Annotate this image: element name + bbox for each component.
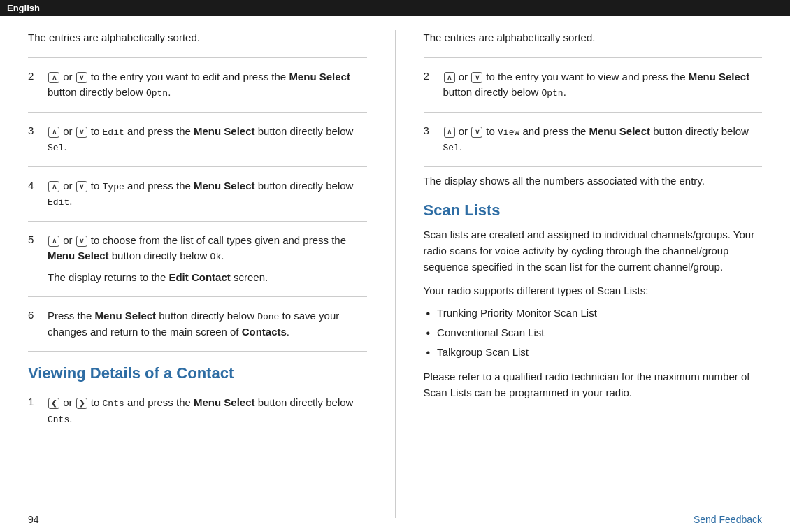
right-divider-1: [424, 57, 763, 58]
viewing-details-heading: Viewing Details of a Contact: [28, 364, 367, 382]
left-step-3: 3 ∧ or ∨ to Edit and press the Menu Sele…: [28, 118, 367, 161]
right-divider-2: [424, 112, 763, 113]
sub-step-num-1: 1: [28, 395, 48, 408]
main-content: The entries are alphabetically sorted. 2…: [0, 16, 790, 532]
divider-2: [28, 112, 367, 113]
scan-lists-bullets: Trunking Priority Monitor Scan List Conv…: [424, 305, 763, 361]
left-step-5: 5 ∧ or ∨ to choose from the list of call…: [28, 227, 367, 292]
scan-lists-heading: Scan Lists: [424, 201, 763, 220]
arrow-left-icon-1: ❮: [48, 398, 59, 409]
header-bar: English: [0, 0, 790, 16]
arrow-up-icon-4: ∧: [48, 181, 59, 192]
sub-step-1-content: ❮ or ❯ to Cnts and press the Menu Select…: [48, 395, 367, 426]
page-number: 94: [28, 514, 39, 525]
divider-1: [28, 57, 367, 58]
right-step-num-2: 2: [424, 69, 443, 82]
right-step-2-content: ∧ or ∨ to the entry you want to view and…: [443, 69, 763, 101]
left-column: The entries are alphabetically sorted. 2…: [28, 30, 396, 518]
step-num-5: 5: [28, 233, 48, 245]
left-step-4: 4 ∧ or ∨ to Type and press the Menu Sele…: [28, 173, 367, 215]
scan-lists-body-2: Your radio supports different types of S…: [424, 282, 763, 299]
arrow-right-icon-1: ❯: [76, 398, 87, 409]
bullet-conventional: Conventional Scan List: [424, 325, 763, 342]
right-arrow-up-3: ∧: [444, 127, 455, 138]
step-2-content: ∧ or ∨ to the entry you want to edit and…: [48, 69, 367, 101]
display-note: The display shows all the numbers associ…: [424, 173, 763, 189]
footer: 94 Send Feedback: [0, 514, 790, 525]
right-step-2: 2 ∧ or ∨ to the entry you want to view a…: [424, 64, 763, 106]
step-num-4: 4: [28, 178, 48, 191]
send-feedback-link[interactable]: Send Feedback: [694, 514, 762, 525]
step-num-6: 6: [28, 308, 48, 321]
step-6-content: Press the Menu Select button directly be…: [48, 308, 367, 340]
step-4-content: ∧ or ∨ to Type and press the Menu Select…: [48, 178, 367, 210]
right-step-num-3: 3: [424, 124, 443, 136]
arrow-up-icon-5: ∧: [48, 236, 59, 247]
right-intro-text: The entries are alphabetically sorted.: [424, 30, 763, 52]
step-num-2: 2: [28, 69, 48, 82]
step-num-3: 3: [28, 124, 48, 136]
arrow-down-icon-4: ∨: [76, 181, 87, 192]
arrow-down-icon: ∨: [76, 72, 87, 83]
divider-3: [28, 166, 367, 167]
step-5-content: ∧ or ∨ to choose from the list of call t…: [48, 233, 367, 286]
step-3-content: ∧ or ∨ to Edit and press the Menu Select…: [48, 124, 367, 155]
divider-4: [28, 221, 367, 222]
arrow-down-icon-5: ∨: [76, 236, 87, 247]
arrow-up-icon-3: ∧: [48, 127, 59, 138]
arrow-up-icon: ∧: [48, 72, 59, 83]
right-arrow-down-2: ∨: [471, 72, 482, 83]
header-label: English: [7, 3, 40, 13]
divider-6: [28, 351, 367, 352]
right-divider-3: [424, 166, 763, 167]
left-intro-text: The entries are alphabetically sorted.: [28, 30, 367, 52]
left-step-6: 6 Press the Menu Select button directly …: [28, 303, 367, 345]
scan-lists-closing: Please refer to a qualified radio techni…: [424, 368, 763, 401]
bullet-talkgroup: Talkgroup Scan List: [424, 345, 763, 361]
divider-5: [28, 296, 367, 297]
arrow-down-icon-3: ∨: [76, 127, 87, 138]
bullet-trunking: Trunking Priority Monitor Scan List: [424, 305, 763, 322]
left-step-2: 2 ∧ or ∨ to the entry you want to edit a…: [28, 64, 367, 106]
right-step-3: 3 ∧ or ∨ to View and press the Menu Sele…: [424, 118, 763, 161]
left-sub-step-1: 1 ❮ or ❯ to Cnts and press the Menu Sele…: [28, 389, 367, 432]
right-column: The entries are alphabetically sorted. 2…: [424, 30, 763, 518]
scan-lists-body-1: Scan lists are created and assigned to i…: [424, 227, 763, 275]
right-step-3-content: ∧ or ∨ to View and press the Menu Select…: [443, 124, 763, 155]
right-arrow-down-3: ∨: [471, 127, 482, 138]
right-arrow-up-2: ∧: [444, 72, 455, 83]
